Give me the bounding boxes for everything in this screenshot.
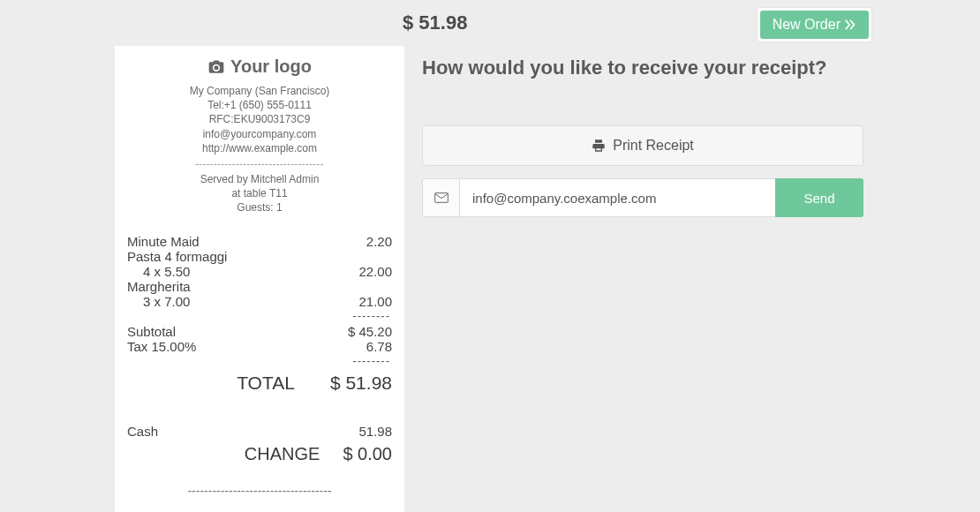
receipt-totals: Subtotal $ 45.20 Tax 15.00% 6.78 -------… — [127, 324, 392, 394]
receipt-company-info: My Company (San Francisco) Tel:+1 (650) … — [127, 84, 392, 215]
receipt-company: My Company (San Francisco) — [127, 84, 392, 98]
receipt-line-items: Minute Maid 2.20 Pasta 4 formaggi 4 x 5.… — [127, 234, 392, 322]
receipt-question: How would you like to receive your recei… — [422, 56, 863, 79]
item-price: 21.00 — [358, 294, 392, 309]
new-order-container: New Order — [757, 7, 872, 42]
receipt-website: http://www.example.com — [127, 141, 392, 155]
payment-amount: 51.98 — [358, 424, 392, 439]
divider: ----------------------------------- — [127, 484, 392, 498]
item-qty: 3 x 7.00 — [127, 294, 190, 309]
item-qty: 4 x 5.50 — [127, 264, 190, 279]
receipt-logo-label: Your logo — [230, 56, 312, 77]
send-button[interactable]: Send — [775, 178, 863, 217]
change-row: CHANGE $ 0.00 — [127, 444, 392, 464]
grand-total-row: TOTAL $ 51.98 — [127, 373, 392, 394]
email-icon-box — [422, 178, 459, 217]
camera-icon — [207, 58, 225, 76]
table-row: 3 x 7.00 21.00 — [127, 294, 392, 309]
envelope-icon — [434, 192, 449, 204]
receipt-table: at table T11 — [127, 186, 392, 200]
item-name: Margherita — [127, 279, 191, 294]
email-row: Send — [422, 178, 863, 217]
receipt-email: info@yourcompany.com — [127, 127, 392, 141]
item-name: Pasta 4 formaggi — [127, 249, 227, 264]
change-label: CHANGE — [245, 444, 320, 464]
table-row: 4 x 5.50 22.00 — [127, 264, 392, 279]
total-label: TOTAL — [237, 373, 295, 394]
divider: -------- — [127, 309, 392, 322]
divider: ----------------------------------- — [127, 157, 392, 170]
payment-method: Cash — [127, 424, 158, 439]
subtotal-label: Subtotal — [127, 324, 176, 339]
email-input[interactable] — [459, 178, 775, 217]
receipt-logo-row: Your logo — [127, 56, 392, 77]
change-value: $ 0.00 — [343, 444, 392, 464]
item-name: Minute Maid — [127, 234, 200, 249]
payment-section: Cash 51.98 CHANGE $ 0.00 — [127, 424, 392, 464]
new-order-button[interactable]: New Order — [760, 11, 869, 39]
receipt-served-by: Served by Mitchell Admin — [127, 172, 392, 186]
payment-row: Cash 51.98 — [127, 424, 392, 439]
tax-value: 6.78 — [366, 339, 392, 354]
printer-icon — [592, 139, 606, 153]
print-receipt-label: Print Receipt — [613, 138, 694, 154]
receipt-tel: Tel:+1 (650) 555-0111 — [127, 98, 392, 112]
item-price: 2.20 — [366, 234, 392, 249]
item-price: 22.00 — [358, 264, 392, 279]
subtotal-row: Subtotal $ 45.20 — [127, 324, 392, 339]
table-row: Margherita — [127, 279, 392, 294]
divider: -------- — [127, 354, 392, 367]
receipt-delivery-panel: How would you like to receive your recei… — [422, 56, 863, 217]
chevron-double-right-icon — [844, 19, 856, 31]
new-order-label: New Order — [773, 17, 841, 33]
table-row: Pasta 4 formaggi — [127, 249, 392, 264]
subtotal-value: $ 45.20 — [348, 324, 392, 339]
table-row: Minute Maid 2.20 — [127, 234, 392, 249]
total-value: $ 51.98 — [330, 373, 392, 394]
receipt-scroll[interactable]: Your logo My Company (San Francisco) Tel… — [115, 46, 404, 512]
order-total: $ 51.98 — [403, 11, 467, 34]
print-receipt-button[interactable]: Print Receipt — [422, 125, 863, 166]
tax-label: Tax 15.00% — [127, 339, 196, 354]
tax-row: Tax 15.00% 6.78 — [127, 339, 392, 354]
receipt-guests: Guests: 1 — [127, 200, 392, 215]
svg-rect-0 — [434, 193, 448, 203]
receipt-panel: Your logo My Company (San Francisco) Tel… — [115, 46, 404, 512]
receipt-rfc: RFC:EKU9003173C9 — [127, 112, 392, 126]
